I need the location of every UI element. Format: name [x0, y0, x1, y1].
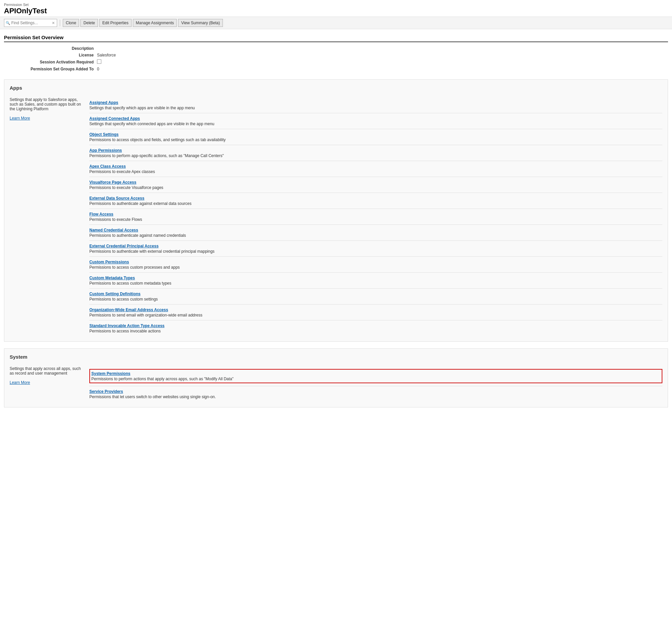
apps-item-desc-3: Permissions to perform app-specific acti… [89, 153, 662, 158]
apps-item-link-14[interactable]: Standard Invocable Action Type Access [89, 323, 165, 328]
system-right-items: System Permissions Permissions to perfor… [89, 366, 662, 402]
apps-item-link-7[interactable]: Flow Access [89, 212, 113, 216]
apps-description-text: Settings that apply to Salesforce apps, … [10, 97, 83, 111]
toolbar: 🔍 ✕ Clone Delete Edit Properties Manage … [0, 17, 672, 29]
apps-item-desc-13: Permissions to send email with organizat… [89, 313, 662, 318]
apps-list-item: External Credential Principal Access Per… [89, 241, 662, 257]
apps-item-desc-14: Permissions to access invocable actions [89, 329, 662, 333]
apps-item-desc-8: Permissions to authenticate against name… [89, 233, 662, 238]
apps-item-link-11[interactable]: Custom Metadata Types [89, 276, 135, 280]
apps-item-desc-2: Permissions to access objects and fields… [89, 138, 662, 142]
apps-learn-more-link[interactable]: Learn More [10, 116, 30, 121]
label-description: Description [24, 46, 97, 51]
apps-item-link-0[interactable]: Assigned Apps [89, 100, 118, 105]
delete-button[interactable]: Delete [80, 19, 98, 27]
apps-list-item: Named Credential Access Permissions to a… [89, 225, 662, 241]
apps-list-item: Organization-Wide Email Address Access P… [89, 304, 662, 321]
apps-list-item: Visualforce Page Access Permissions to e… [89, 177, 662, 193]
edit-properties-button[interactable]: Edit Properties [99, 19, 132, 27]
apps-item-link-3[interactable]: App Permissions [89, 148, 122, 153]
apps-section-title: Apps [10, 85, 662, 93]
apps-item-desc-4: Permissions to execute Apex classes [89, 169, 662, 174]
overview-row-license: License Salesforce [24, 53, 668, 57]
apps-item-link-12[interactable]: Custom Setting Definitions [89, 292, 141, 296]
apps-item-desc-5: Permissions to execute Visualforce pages [89, 185, 662, 190]
apps-item-link-1[interactable]: Assigned Connected Apps [89, 116, 140, 121]
value-session [97, 59, 101, 65]
apps-list-item: Object Settings Permissions to access ob… [89, 129, 662, 145]
overview-section: Permission Set Overview Description Lice… [4, 34, 668, 71]
overview-row-groups: Permission Set Groups Added To 0 [24, 67, 668, 71]
clone-button[interactable]: Clone [63, 19, 79, 27]
apps-item-desc-0: Settings that specify which apps are vis… [89, 106, 662, 110]
system-item-desc-0: Permissions to perform actions that appl… [91, 377, 661, 381]
breadcrumb: Permission Set [4, 3, 668, 7]
apps-list-item: Custom Setting Definitions Permissions t… [89, 289, 662, 304]
apps-list-item: Assigned Connected Apps Settings that sp… [89, 113, 662, 129]
label-license: License [24, 53, 97, 57]
system-item-link-1[interactable]: Service Providers [89, 389, 123, 394]
page-header: Permission Set APIOnlyTest [0, 0, 672, 17]
value-groups: 0 [97, 67, 99, 71]
search-input[interactable] [11, 21, 51, 25]
view-summary-button[interactable]: View Summary (Beta) [178, 19, 223, 27]
toolbar-divider [60, 20, 60, 26]
apps-item-desc-12: Permissions to access custom settings [89, 297, 662, 301]
system-item-link-0[interactable]: System Permissions [91, 371, 130, 376]
apps-item-desc-10: Permissions to access custom processes a… [89, 265, 662, 270]
search-container[interactable]: 🔍 ✕ [4, 19, 57, 27]
apps-item-link-13[interactable]: Organization-Wide Email Address Access [89, 307, 168, 312]
system-highlight-box-0: System Permissions Permissions to perfor… [89, 369, 662, 383]
apps-right-items: Assigned Apps Settings that specify whic… [89, 97, 662, 336]
apps-item-link-6[interactable]: External Data Source Access [89, 196, 145, 201]
overview-row-description: Description [24, 46, 668, 51]
system-left-description: Settings that apply across all apps, suc… [10, 366, 83, 402]
overview-row-session: Session Activation Required [24, 59, 668, 65]
apps-list-item: App Permissions Permissions to perform a… [89, 145, 662, 161]
session-checkbox[interactable] [97, 59, 101, 64]
apps-list-item: Apex Class Access Permissions to execute… [89, 161, 662, 177]
apps-layout: Settings that apply to Salesforce apps, … [10, 97, 662, 336]
page-title: APIOnlyTest [4, 7, 668, 15]
system-learn-more-link[interactable]: Learn More [10, 380, 30, 385]
apps-item-link-10[interactable]: Custom Permissions [89, 260, 129, 264]
apps-item-desc-7: Permissions to execute Flows [89, 217, 662, 222]
apps-left-description: Settings that apply to Salesforce apps, … [10, 97, 83, 336]
apps-item-link-5[interactable]: Visualforce Page Access [89, 180, 136, 185]
apps-item-desc-6: Permissions to authenticate against exte… [89, 201, 662, 206]
system-list-item: System Permissions Permissions to perfor… [89, 366, 662, 386]
system-list-item: Service Providers Permissions that let u… [89, 386, 662, 402]
label-groups: Permission Set Groups Added To [24, 67, 97, 71]
overview-table: Description License Salesforce Session A… [24, 46, 668, 71]
apps-list-item: Assigned Apps Settings that specify whic… [89, 97, 662, 113]
value-license: Salesforce [97, 53, 116, 57]
system-layout: Settings that apply across all apps, suc… [10, 366, 662, 402]
apps-item-link-8[interactable]: Named Credential Access [89, 228, 138, 233]
system-section: System Settings that apply across all ap… [4, 348, 668, 408]
clear-icon[interactable]: ✕ [52, 21, 55, 25]
apps-list-item: Flow Access Permissions to execute Flows [89, 209, 662, 225]
manage-assignments-button[interactable]: Manage Assignments [133, 19, 177, 27]
apps-list-item: Custom Metadata Types Permissions to acc… [89, 273, 662, 289]
system-section-title: System [10, 354, 662, 362]
apps-item-desc-1: Settings that specify which connected ap… [89, 122, 662, 126]
apps-item-link-2[interactable]: Object Settings [89, 132, 119, 137]
content-area: Permission Set Overview Description Lice… [0, 29, 672, 413]
apps-list-item: Custom Permissions Permissions to access… [89, 257, 662, 273]
search-icon: 🔍 [6, 21, 10, 25]
apps-section: Apps Settings that apply to Salesforce a… [4, 79, 668, 342]
apps-item-desc-11: Permissions to access custom metadata ty… [89, 281, 662, 286]
apps-list-item: External Data Source Access Permissions … [89, 193, 662, 209]
overview-title: Permission Set Overview [4, 34, 668, 42]
system-item-desc-1: Permissions that let users switch to oth… [89, 394, 662, 399]
apps-list-item: Standard Invocable Action Type Access Pe… [89, 321, 662, 336]
system-description-text: Settings that apply across all apps, suc… [10, 366, 83, 376]
apps-item-link-4[interactable]: Apex Class Access [89, 164, 126, 169]
apps-item-link-9[interactable]: External Credential Principal Access [89, 244, 158, 248]
label-session: Session Activation Required [24, 60, 97, 64]
apps-item-desc-9: Permissions to authenticate with externa… [89, 249, 662, 254]
